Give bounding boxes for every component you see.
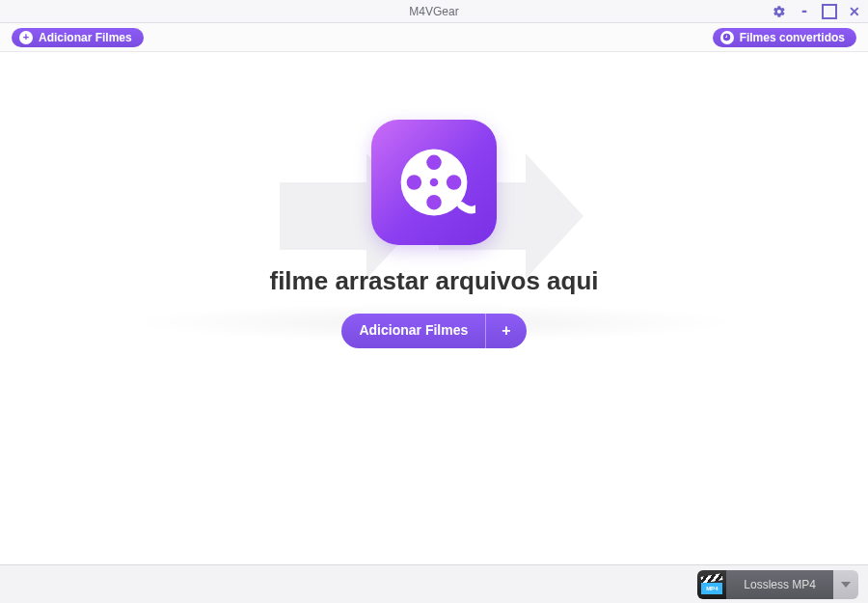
- maximize-icon[interactable]: [822, 4, 837, 19]
- plus-icon[interactable]: +: [485, 314, 526, 348]
- chevron-down-icon[interactable]: [833, 570, 858, 599]
- add-movies-label: Adicionar Filmes: [39, 31, 132, 44]
- add-movies-main-label: Adicionar Filmes: [341, 314, 485, 348]
- plus-icon: +: [19, 31, 33, 44]
- converted-movies-label: Filmes convertidos: [740, 31, 845, 44]
- window-controls: - ✕: [772, 0, 862, 22]
- status-bar: MP4 Lossless MP4: [0, 564, 868, 603]
- svg-point-3: [426, 195, 441, 209]
- minimize-icon[interactable]: -: [797, 4, 812, 19]
- svg-point-5: [447, 175, 461, 189]
- add-movies-main-button[interactable]: Adicionar Filmes +: [341, 314, 526, 348]
- output-format-label: Lossless MP4: [726, 570, 833, 599]
- app-title: M4VGear: [409, 5, 458, 18]
- add-movies-button[interactable]: + Adicionar Filmes: [12, 28, 144, 47]
- svg-point-1: [430, 178, 439, 187]
- svg-point-2: [426, 155, 441, 170]
- converted-movies-button[interactable]: Filmes convertidos: [713, 28, 856, 47]
- clapperboard-icon: MP4: [697, 570, 726, 599]
- title-bar: M4VGear - ✕: [0, 0, 868, 23]
- film-reel-icon: [371, 120, 497, 245]
- output-format-selector[interactable]: MP4 Lossless MP4: [697, 570, 858, 599]
- toolbar: + Adicionar Filmes Filmes convertidos: [0, 23, 868, 52]
- svg-point-4: [407, 175, 421, 189]
- clock-icon: [720, 31, 734, 44]
- drop-hint-text: filme arrastar arquivos aqui: [269, 266, 598, 296]
- settings-icon[interactable]: [772, 4, 787, 19]
- drop-area[interactable]: filme arrastar arquivos aqui Adicionar F…: [0, 52, 868, 564]
- close-icon[interactable]: ✕: [847, 4, 862, 19]
